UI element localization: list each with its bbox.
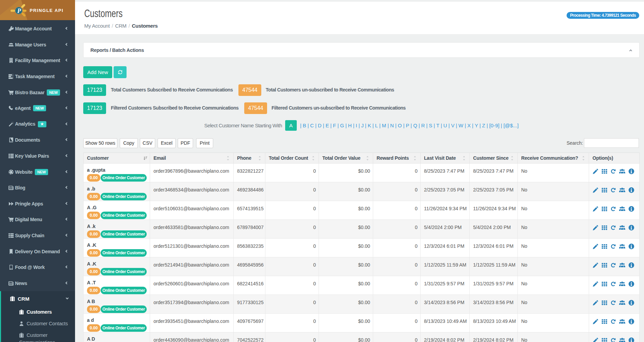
svg-text:P: P [17,8,21,14]
